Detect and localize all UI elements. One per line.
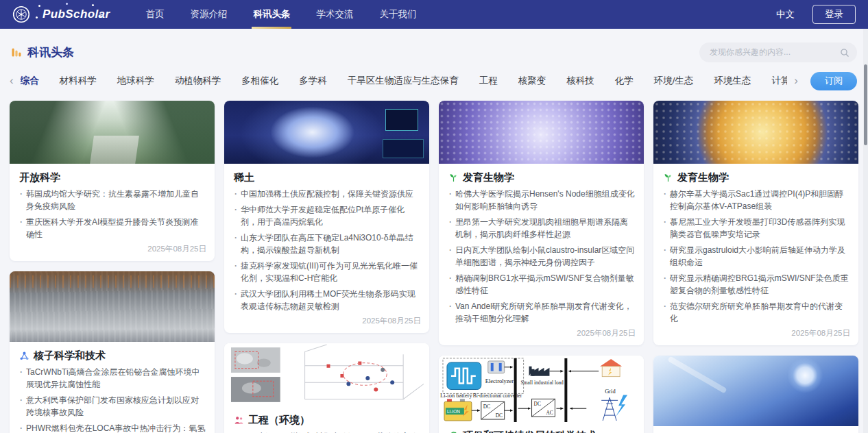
diagram-label-battery: Li-ion battery xyxy=(440,392,473,399)
page-header: 科讯头条 xyxy=(11,42,857,62)
page-title: 科讯头条 xyxy=(27,45,74,60)
news-item[interactable]: 重庆医科大学开发AI模型提升膝骨关节炎预测准确性 xyxy=(19,216,206,240)
tab-plant-animal-science[interactable]: 动植物科学 xyxy=(175,75,221,87)
card-image-blue-microscopy[interactable] xyxy=(653,356,858,426)
card-category-label: 核子科学和技术 xyxy=(34,349,106,362)
news-item[interactable]: 里昂第一大学研究发现肌肉祖细胞早期谱系隔离机制，揭示肌肉纤维多样性起源 xyxy=(448,216,636,240)
news-item[interactable]: 中国加强稀土供应配额控制，保障关键资源供应 xyxy=(234,188,421,200)
news-item[interactable]: 精确调制BRG1水平揭示mSWI/SNF复合物剂量敏感性特征 xyxy=(448,272,636,297)
diagram-label-battery-cell: LI-ION xyxy=(447,409,460,414)
card-category-label: 环保和可持续发展的科学技术 xyxy=(463,430,596,433)
news-card-nuclear-science: 核子科学和技术 TaCrWNbTi高熵合金涂层在铅铋合金腐蚀环境中展现优异抗腐蚀… xyxy=(10,271,215,433)
diagram-label-dc1: DC xyxy=(483,404,490,410)
bar-chart-icon xyxy=(11,47,22,58)
news-card-open-science: 开放科学 韩国成均馆大学研究：抗生素暴露不增加儿童自身免疫病风险 重庆医科大学开… xyxy=(10,101,215,261)
tab-environment-ecology[interactable]: 环境生态 xyxy=(714,75,751,87)
card-image-energy-diagram[interactable]: Electrolyzer Li-ion battery LI-ION Bi-di… xyxy=(439,356,644,422)
news-item[interactable]: 范安德尔研究所研究单胚胎早期发育中的代谢变化 xyxy=(663,300,850,325)
tab-earth-science[interactable]: 地球科学 xyxy=(117,75,154,87)
news-item[interactable]: 韩国成均馆大学研究：抗生素暴露不增加儿童自身免疫病风险 xyxy=(19,188,206,212)
subscribe-button[interactable]: 订阅 xyxy=(810,72,857,90)
sprout-icon xyxy=(448,173,459,183)
card-category-title[interactable]: 工程（环境） xyxy=(234,414,421,427)
nav-item-academic-exchange[interactable]: 学术交流 xyxy=(316,0,353,29)
atom-icon xyxy=(19,351,29,361)
card-category-title[interactable]: 发育生物学 xyxy=(663,171,850,184)
tab-materials-science[interactable]: 材料科学 xyxy=(60,75,97,87)
scrollbar-track[interactable] xyxy=(863,29,868,433)
language-switcher[interactable]: 中文 xyxy=(776,8,795,21)
news-item[interactable]: 武汉大学团队利用稀土MOF荧光生物条形码实现表观遗传标志物超灵敏检测 xyxy=(234,288,421,312)
search-icon[interactable] xyxy=(840,48,849,60)
people-icon xyxy=(234,415,244,425)
news-card-engineering-environment: 工程（环境） 不同来源聚乙烯微塑料衍生的镉（Ⅱ）载体效应的比较研究 苏州式园林水… xyxy=(224,343,429,433)
card-category-title[interactable]: 开放科学 xyxy=(19,171,206,184)
news-item[interactable]: 捷克科学家发现钪(III)可作为可见光光氧化唯一催化剂，实现温和C-H官能化 xyxy=(234,260,421,284)
news-item[interactable]: PHWR燃料包壳在LOCA事故中热冲击行为：氧氢协同效应导致裂纹 xyxy=(19,422,206,433)
search-input[interactable] xyxy=(699,42,857,62)
news-item[interactable]: 研究显示gastruloid大小影响前后轴延伸动力学及组织命运 xyxy=(663,244,850,269)
news-item[interactable]: 不同来源聚乙烯微塑料衍生的镉（Ⅱ）载体效应的比较研究 xyxy=(234,430,421,433)
news-item[interactable]: 赫尔辛基大学揭示Sac1通过调控PI(4)P和胆固醇控制高尔基体V-ATPase… xyxy=(663,188,850,212)
tab-nuclear-fusion[interactable]: 核聚变 xyxy=(518,75,546,87)
top-navbar: PubScholar 首页 资源介绍 科讯头条 学术交流 关于我们 中文 登录 xyxy=(0,0,868,29)
diagram-label-dc2: DC xyxy=(496,412,503,419)
card-image-orange-cell[interactable] xyxy=(653,101,858,164)
login-button[interactable]: 登录 xyxy=(812,5,856,24)
card-category-title[interactable]: 发育生物学 xyxy=(448,171,636,184)
chevron-right-icon[interactable]: › xyxy=(793,72,799,90)
card-date: 2025年08月25日 xyxy=(448,328,636,338)
news-item[interactable]: 研究显示精确调控BRG1揭示mSWI/SNF染色质重塑复合物的剂量敏感性特征 xyxy=(663,272,850,297)
tab-multidisciplinary[interactable]: 多学科 xyxy=(299,75,327,87)
brand-name: PubScholar xyxy=(37,8,115,21)
news-item[interactable]: 意大利民事保护部门发布国家核应急计划以应对跨境核事故风险 xyxy=(19,394,206,419)
tab-general[interactable]: 综合 xyxy=(21,75,39,87)
card-category-title[interactable]: 环保和可持续发展的科学技术 xyxy=(448,430,636,433)
nav-item-home[interactable]: 首页 xyxy=(145,0,164,29)
grid-column-4: 发育生物学 赫尔辛基大学揭示Sac1通过调控PI(4)P和胆固醇控制高尔基体V-… xyxy=(653,101,858,433)
nav-item-about-us[interactable]: 关于我们 xyxy=(379,0,416,29)
card-category-label: 发育生物学 xyxy=(677,171,729,184)
news-item[interactable]: TaCrWNbTi高熵合金涂层在铅铋合金腐蚀环境中展现优异抗腐蚀性能 xyxy=(19,366,206,391)
card-category-label: 开放科学 xyxy=(19,171,60,184)
scrollbar-thumb[interactable] xyxy=(864,64,867,145)
main-nav: 首页 资源介绍 科讯头条 学术交流 关于我们 xyxy=(145,0,416,29)
sprout-icon xyxy=(663,173,673,183)
tab-nuclear-tech[interactable]: 核科技 xyxy=(566,75,594,87)
card-date: 2025年08月25日 xyxy=(234,316,421,326)
brand-logo[interactable]: PubScholar xyxy=(12,5,115,23)
tab-computer-science[interactable]: 计算机科学 xyxy=(771,75,787,87)
chevron-left-icon[interactable]: ‹ xyxy=(8,72,15,90)
news-item[interactable]: 慕尼黑工业大学开发喷墨打印3D传感器阵列实现脑类器官低噪声安培记录 xyxy=(663,216,850,240)
card-category-label: 稀土 xyxy=(234,171,254,184)
tab-arid-zone-ecology[interactable]: 干旱区生物适应与生态保育 xyxy=(348,75,459,87)
category-tabs: 综合 材料科学 地球科学 动植物科学 多相催化 多学科 干旱区生物适应与生态保育… xyxy=(21,75,788,87)
card-category-title[interactable]: 稀土 xyxy=(234,171,421,184)
card-image-purple-cell[interactable] xyxy=(439,101,644,164)
news-grid: 开放科学 韩国成均馆大学研究：抗生素暴露不增加儿童自身免疫病风险 重庆医科大学开… xyxy=(10,101,858,433)
card-image-scatter-figure[interactable] xyxy=(224,343,429,406)
card-category-label: 工程（环境） xyxy=(248,414,310,427)
card-image-glowing-crystal[interactable] xyxy=(224,101,429,164)
news-card-rare-earth: 稀土 中国加强稀土供应配额控制，保障关键资源供应 华中师范大学开发超稳定低配位P… xyxy=(224,101,429,333)
nav-item-news-headlines[interactable]: 科讯头条 xyxy=(253,0,290,29)
card-image-green-campus[interactable] xyxy=(10,101,215,164)
news-card-optics: 光学 大阪大学开发时间确定性冷冻光学显微镜技术，毫秒冻结细胞捕捉动态瞬间 基于多… xyxy=(653,356,858,433)
news-item[interactable]: Van Andel研究所研究单胚胎早期发育代谢变化，推动干细胞分化理解 xyxy=(448,300,636,325)
news-item[interactable]: 日内瓦大学团队绘制小鼠claustro-insular区域空间单细胞图谱，揭示神… xyxy=(448,244,636,269)
tab-environment-ecology-slash[interactable]: 环境/生态 xyxy=(654,75,694,87)
card-image-metal-surface[interactable] xyxy=(10,271,215,342)
nav-item-resources[interactable]: 资源介绍 xyxy=(190,0,227,29)
diagram-label-grid: Grid xyxy=(605,388,616,395)
tab-chemistry[interactable]: 化学 xyxy=(615,75,634,87)
news-card-developmental-biology-2: 发育生物学 赫尔辛基大学揭示Sac1通过调控PI(4)P和胆固醇控制高尔基体V-… xyxy=(653,101,858,345)
diagram-label-ac: AC xyxy=(546,410,553,416)
tab-engineering[interactable]: 工程 xyxy=(479,75,498,87)
tab-heterogeneous-catalysis[interactable]: 多相催化 xyxy=(241,75,278,87)
diagram-label-dc3: DC xyxy=(534,401,541,407)
news-item[interactable]: 哈佛大学医学院揭示Hensen's Node细胞组成变化如何影响胚胎轴向诱导 xyxy=(448,188,636,212)
news-item[interactable]: 华中师范大学开发超稳定低配位Pt单原子催化剂，用于高温丙烷氧化 xyxy=(234,203,421,228)
news-item[interactable]: 山东大学团队在高压下确定La4Ni3O10-δ单晶结构，揭示镍酸盐超导新机制 xyxy=(234,232,421,256)
diagram-label-load: Small industrial load xyxy=(521,380,564,386)
card-category-title[interactable]: 核子科学和技术 xyxy=(19,349,206,362)
